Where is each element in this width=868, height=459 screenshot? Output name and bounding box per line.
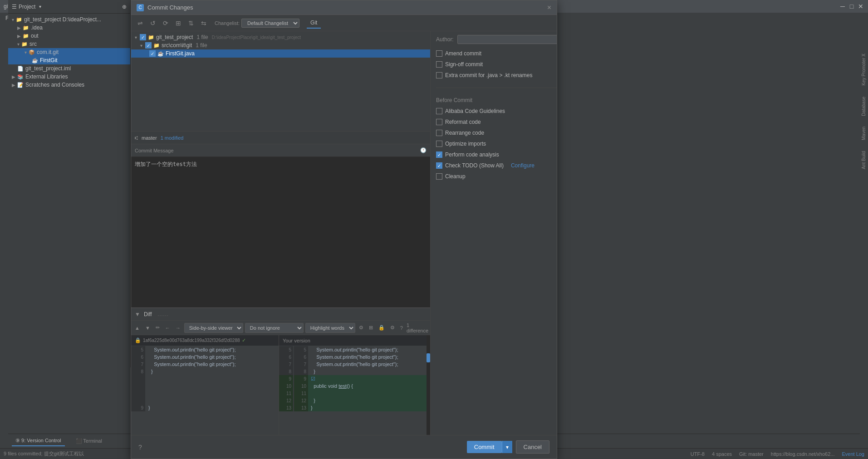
- tree-item-src[interactable]: ▾ 📁 src: [8, 40, 130, 48]
- changelist-select[interactable]: Default Changelist: [241, 19, 299, 28]
- diff-edit-btn[interactable]: ✏: [154, 323, 162, 333]
- tree-item-firstgit[interactable]: ☕ FirstGit: [8, 56, 130, 64]
- tree-label-out: out: [31, 33, 39, 39]
- window-close-button[interactable]: ✕: [857, 3, 864, 10]
- label-alibaba: Alibaba Code Guidelines: [445, 108, 505, 114]
- file-checkbox-project[interactable]: ✓: [140, 34, 146, 40]
- before-commit-divider: [436, 88, 557, 92]
- commit-message-area: Commit Message 🕐 增加了一个空的test方法: [131, 144, 430, 308]
- lock-icon-left: 🔒: [135, 337, 141, 343]
- diff-scrollbar-thumb[interactable]: [427, 353, 430, 362]
- file-tree-firstgit[interactable]: ✓ ☕ FirstGit.java: [131, 49, 430, 58]
- diff-help-btn[interactable]: ?: [398, 323, 405, 333]
- dialog-title-icon: C: [137, 4, 144, 11]
- file-checkbox-firstgit[interactable]: ✓: [149, 50, 156, 57]
- git-tab[interactable]: Git: [307, 18, 321, 29]
- diff-lock-btn[interactable]: 🔒: [377, 323, 387, 333]
- file-tree-srcdir[interactable]: ▾ ✓ 📁 src\com\it\git 1 file: [131, 41, 430, 49]
- modified-badge[interactable]: 1 modified: [161, 135, 184, 141]
- rollback-toolbar-btn[interactable]: ↺: [147, 18, 158, 29]
- checkbox-extra-commit[interactable]: [436, 72, 442, 78]
- diff-gear-btn[interactable]: ⚙: [388, 323, 397, 333]
- ant-build-tab[interactable]: Ant Build: [860, 146, 868, 175]
- author-input[interactable]: [457, 35, 557, 44]
- diff-back-btn[interactable]: ←: [163, 323, 172, 333]
- diff-right-header-text: Your version: [283, 338, 310, 343]
- collapse-toolbar-btn[interactable]: ⇆: [198, 18, 209, 29]
- file-checkbox-srcdir[interactable]: ✓: [145, 42, 152, 49]
- diff-toolbar-btn[interactable]: ⇌: [135, 18, 146, 29]
- terminal-tab[interactable]: ⬛ Terminal: [72, 436, 106, 446]
- expand-toolbar-btn[interactable]: ⇅: [186, 18, 196, 29]
- cancel-button[interactable]: Cancel: [516, 440, 549, 454]
- diff-pane-left: 🔒 1af6a225d8e00d763a8dc199a332f326df2d02…: [131, 335, 279, 435]
- dialog-toolbar: ⇌ ↺ ⟳ ⊞ ⇅ ⇆ Changelist: Default Changeli…: [131, 15, 557, 31]
- tree-item-ext-libs[interactable]: ▶ 📚 External Libraries: [8, 73, 130, 81]
- diff-ignore-select[interactable]: Do not ignore Ignore whitespaces: [245, 323, 304, 333]
- diff-viewer-select[interactable]: Side-by-side viewer Unified viewer: [184, 323, 243, 333]
- dialog-footer: ? Commit ▾ Cancel: [131, 435, 557, 459]
- tree-item-com-it-git[interactable]: ▾ 📦 com.it.git: [8, 48, 130, 56]
- diff-line: [131, 397, 279, 404]
- diff-right-lines: 5 5 System.out.println("hello git projec…: [279, 346, 427, 411]
- diff-collapse-icon[interactable]: ▼: [135, 311, 140, 317]
- version-control-tab[interactable]: ⑨ 9: Version Control: [12, 436, 65, 446]
- diff-fwd-btn[interactable]: →: [174, 323, 182, 333]
- diff-line: 5 System.out.println("hello git project"…: [131, 346, 279, 353]
- database-tab[interactable]: Database: [860, 91, 868, 122]
- diff-next-btn[interactable]: ▼: [143, 323, 152, 333]
- checkbox-signoff-commit[interactable]: [436, 61, 442, 68]
- help-button[interactable]: ?: [138, 444, 142, 451]
- checkbox-code-analysis[interactable]: ✓: [436, 151, 442, 158]
- refresh-toolbar-btn[interactable]: ⟳: [160, 18, 171, 29]
- commit-msg-history-icon[interactable]: 🕐: [420, 147, 427, 153]
- tree-item-out[interactable]: ▶ 📁 out: [8, 32, 130, 40]
- iml-file-icon: 📄: [17, 66, 24, 72]
- configure-link[interactable]: Configure: [511, 162, 535, 169]
- event-log-link[interactable]: Event Log: [842, 451, 864, 457]
- file-tree-project[interactable]: ▾ ✓ 📁 git_test_project 1 file D:\ideaPro…: [131, 33, 430, 41]
- label-signoff-commit: Sign-off commit: [445, 61, 483, 68]
- tree-label-root: git_test_project D:\ideaProject...: [24, 16, 101, 23]
- diff-checkbox-icon: ☑: [311, 376, 315, 382]
- group-toolbar-btn[interactable]: ⊞: [173, 18, 184, 29]
- maximize-button[interactable]: □: [848, 3, 855, 10]
- project-panel-add-icon[interactable]: ⊕: [122, 4, 127, 10]
- out-folder-icon: 📁: [23, 33, 29, 39]
- label-cleanup: Cleanup: [445, 173, 466, 180]
- commit-message-input[interactable]: 增加了一个空的test方法: [131, 157, 430, 308]
- checkbox-rearrange[interactable]: [436, 130, 442, 136]
- tree-item-root[interactable]: ▾ 📁 git_test_project D:\ideaProject...: [8, 15, 130, 24]
- checkbox-check-todo[interactable]: ✓: [436, 162, 442, 169]
- diff-prev-btn[interactable]: ▲: [133, 323, 142, 333]
- maven-tab[interactable]: Maven: [860, 121, 868, 146]
- checkbox-cleanup[interactable]: [436, 173, 442, 180]
- checkbox-reformat[interactable]: [436, 119, 442, 125]
- minimize-button[interactable]: ─: [839, 3, 846, 10]
- diff-pane-right: Your version 5 5 System.out.println("hel…: [279, 335, 427, 435]
- checkbox-alibaba[interactable]: [436, 108, 442, 114]
- ext-libs-icon: 📚: [17, 74, 24, 80]
- diff-label: Diff: [144, 311, 152, 317]
- option-code-analysis: ✓ Perform code analysis: [436, 151, 557, 159]
- tree-label-ext-libs: External Libraries: [25, 73, 68, 80]
- diff-columns-btn[interactable]: ⊞: [367, 323, 375, 333]
- key-promoter-tab[interactable]: Key Promoter X: [860, 48, 868, 91]
- commit-dropdown-button[interactable]: ▾: [502, 441, 512, 453]
- status-url: https://blog.csdn.net/xho62...: [771, 451, 835, 457]
- tree-item-scratches[interactable]: ▶ 📝 Scratches and Consoles: [8, 81, 130, 89]
- label-check-todo: Check TODO (Show All): [445, 162, 504, 169]
- project-panel-header: ☰ Project ▾ ⊕: [8, 0, 130, 14]
- commit-button[interactable]: Commit: [467, 441, 502, 453]
- checkbox-amend-commit[interactable]: [436, 50, 442, 57]
- diff-highlight-select[interactable]: Highlight words Highlight lines: [305, 323, 355, 333]
- dialog-close-button[interactable]: ×: [547, 4, 551, 12]
- checkbox-optimize[interactable]: [436, 141, 442, 147]
- tree-item-iml[interactable]: 📄 git_test_project.iml: [8, 64, 130, 73]
- option-alibaba: Alibaba Code Guidelines: [436, 107, 557, 115]
- tree-arrow-scratches: ▶: [12, 83, 15, 88]
- diff-settings-btn[interactable]: ⚙: [357, 323, 365, 333]
- branch-info: ⑆ master 1 modified: [131, 131, 430, 144]
- tree-item-idea[interactable]: ▶ 📁 .idea: [8, 24, 130, 32]
- status-git: Git: master: [739, 451, 764, 457]
